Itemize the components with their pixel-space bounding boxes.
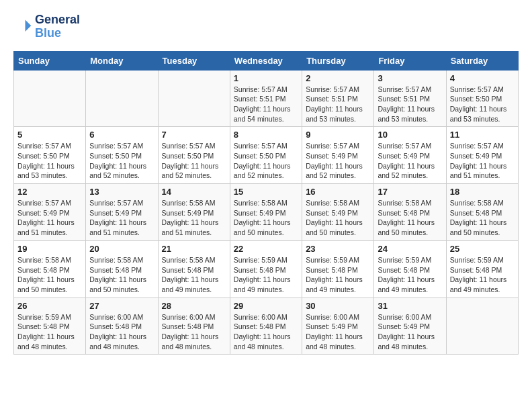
day-number: 9 [306, 130, 370, 140]
calendar-week-row: 5Sunrise: 5:57 AMSunset: 5:50 PMDaylight… [14, 127, 519, 184]
day-number: 31 [378, 301, 442, 311]
day-number: 23 [306, 244, 370, 254]
svg-marker-0 [26, 19, 32, 32]
day-info: Sunrise: 5:57 AMSunset: 5:50 PMDaylight:… [89, 141, 154, 181]
header-day: Wednesday [230, 51, 302, 70]
day-info: Sunrise: 6:00 AMSunset: 5:49 PMDaylight:… [378, 312, 442, 352]
day-number: 28 [162, 301, 226, 311]
day-info: Sunrise: 5:59 AMSunset: 5:48 PMDaylight:… [17, 312, 82, 352]
day-info: Sunrise: 5:58 AMSunset: 5:48 PMDaylight:… [450, 198, 515, 238]
calendar-cell: 21Sunrise: 5:58 AMSunset: 5:48 PMDayligh… [158, 240, 230, 298]
calendar-cell: 27Sunrise: 6:00 AMSunset: 5:48 PMDayligh… [86, 298, 158, 355]
day-number: 1 [234, 73, 298, 83]
day-number: 11 [450, 130, 515, 140]
calendar-cell: 17Sunrise: 5:58 AMSunset: 5:48 PMDayligh… [374, 184, 446, 241]
calendar-cell: 28Sunrise: 6:00 AMSunset: 5:48 PMDayligh… [158, 298, 230, 355]
day-number: 4 [450, 73, 515, 83]
day-number: 8 [234, 130, 298, 140]
calendar-cell: 22Sunrise: 5:59 AMSunset: 5:48 PMDayligh… [230, 240, 302, 298]
calendar-cell: 30Sunrise: 6:00 AMSunset: 5:49 PMDayligh… [302, 298, 374, 355]
calendar-cell: 6Sunrise: 5:57 AMSunset: 5:50 PMDaylight… [86, 127, 158, 184]
day-number: 19 [17, 244, 82, 254]
calendar-cell: 26Sunrise: 5:59 AMSunset: 5:48 PMDayligh… [14, 298, 86, 355]
day-number: 3 [378, 73, 442, 83]
logo-text: GeneralBlue [35, 13, 80, 40]
day-info: Sunrise: 5:58 AMSunset: 5:49 PMDaylight:… [306, 198, 370, 238]
day-info: Sunrise: 5:57 AMSunset: 5:49 PMDaylight:… [378, 141, 442, 181]
page-header: GeneralBlue [13, 13, 519, 40]
day-number: 20 [89, 244, 154, 254]
day-number: 17 [378, 187, 442, 197]
day-number: 7 [162, 130, 226, 140]
calendar-cell: 2Sunrise: 5:57 AMSunset: 5:51 PMDaylight… [302, 70, 374, 127]
day-number: 13 [89, 187, 154, 197]
calendar-cell: 19Sunrise: 5:58 AMSunset: 5:48 PMDayligh… [14, 240, 86, 298]
day-number: 5 [17, 130, 82, 140]
day-info: Sunrise: 5:58 AMSunset: 5:48 PMDaylight:… [89, 255, 154, 295]
day-info: Sunrise: 5:57 AMSunset: 5:50 PMDaylight:… [234, 141, 298, 181]
day-info: Sunrise: 5:57 AMSunset: 5:49 PMDaylight:… [306, 141, 370, 181]
header-day: Saturday [446, 51, 518, 70]
calendar-cell: 7Sunrise: 5:57 AMSunset: 5:50 PMDaylight… [158, 127, 230, 184]
calendar-cell: 1Sunrise: 5:57 AMSunset: 5:51 PMDaylight… [230, 70, 302, 127]
calendar-cell: 16Sunrise: 5:58 AMSunset: 5:49 PMDayligh… [302, 184, 374, 241]
calendar-cell: 15Sunrise: 5:58 AMSunset: 5:49 PMDayligh… [230, 184, 302, 241]
calendar-cell: 31Sunrise: 6:00 AMSunset: 5:49 PMDayligh… [374, 298, 446, 355]
day-info: Sunrise: 5:58 AMSunset: 5:49 PMDaylight:… [162, 198, 226, 238]
header-day: Monday [86, 51, 158, 70]
calendar-cell: 20Sunrise: 5:58 AMSunset: 5:48 PMDayligh… [86, 240, 158, 298]
day-number: 22 [234, 244, 298, 254]
day-number: 12 [17, 187, 82, 197]
calendar-cell [158, 70, 230, 127]
day-info: Sunrise: 6:00 AMSunset: 5:48 PMDaylight:… [234, 312, 298, 352]
calendar-week-row: 12Sunrise: 5:57 AMSunset: 5:49 PMDayligh… [14, 184, 519, 241]
calendar-cell: 8Sunrise: 5:57 AMSunset: 5:50 PMDaylight… [230, 127, 302, 184]
calendar-cell: 10Sunrise: 5:57 AMSunset: 5:49 PMDayligh… [374, 127, 446, 184]
day-info: Sunrise: 5:57 AMSunset: 5:50 PMDaylight:… [17, 141, 82, 181]
day-info: Sunrise: 5:57 AMSunset: 5:50 PMDaylight:… [162, 141, 226, 181]
calendar-cell: 29Sunrise: 6:00 AMSunset: 5:48 PMDayligh… [230, 298, 302, 355]
day-number: 24 [378, 244, 442, 254]
day-info: Sunrise: 5:58 AMSunset: 5:48 PMDaylight:… [17, 255, 82, 295]
calendar-cell: 18Sunrise: 5:58 AMSunset: 5:48 PMDayligh… [446, 184, 518, 241]
logo-icon [13, 17, 32, 36]
header-day: Thursday [302, 51, 374, 70]
calendar-cell: 4Sunrise: 5:57 AMSunset: 5:50 PMDaylight… [446, 70, 518, 127]
day-number: 2 [306, 73, 370, 83]
day-number: 10 [378, 130, 442, 140]
day-info: Sunrise: 6:00 AMSunset: 5:48 PMDaylight:… [89, 312, 154, 352]
calendar-week-row: 1Sunrise: 5:57 AMSunset: 5:51 PMDaylight… [14, 70, 519, 127]
calendar-week-row: 19Sunrise: 5:58 AMSunset: 5:48 PMDayligh… [14, 240, 519, 298]
day-info: Sunrise: 5:57 AMSunset: 5:51 PMDaylight:… [234, 85, 298, 124]
day-info: Sunrise: 5:57 AMSunset: 5:49 PMDaylight:… [17, 198, 82, 238]
calendar-header: SundayMondayTuesdayWednesdayThursdayFrid… [14, 51, 519, 70]
day-number: 25 [450, 244, 515, 254]
header-day: Sunday [14, 51, 86, 70]
day-info: Sunrise: 5:57 AMSunset: 5:49 PMDaylight:… [89, 198, 154, 238]
day-number: 6 [89, 130, 154, 140]
calendar-cell: 24Sunrise: 5:59 AMSunset: 5:48 PMDayligh… [374, 240, 446, 298]
day-number: 15 [234, 187, 298, 197]
calendar-cell: 13Sunrise: 5:57 AMSunset: 5:49 PMDayligh… [86, 184, 158, 241]
calendar-cell [14, 70, 86, 127]
calendar-table: SundayMondayTuesdayWednesdayThursdayFrid… [13, 51, 519, 355]
logo: GeneralBlue [13, 13, 80, 40]
calendar-week-row: 26Sunrise: 5:59 AMSunset: 5:48 PMDayligh… [14, 298, 519, 355]
header-day: Friday [374, 51, 446, 70]
day-info: Sunrise: 5:59 AMSunset: 5:48 PMDaylight:… [234, 255, 298, 295]
day-info: Sunrise: 5:57 AMSunset: 5:49 PMDaylight:… [450, 141, 515, 181]
calendar-cell: 12Sunrise: 5:57 AMSunset: 5:49 PMDayligh… [14, 184, 86, 241]
calendar-cell: 14Sunrise: 5:58 AMSunset: 5:49 PMDayligh… [158, 184, 230, 241]
day-number: 16 [306, 187, 370, 197]
calendar-cell [446, 298, 518, 355]
day-info: Sunrise: 5:59 AMSunset: 5:48 PMDaylight:… [306, 255, 370, 295]
day-info: Sunrise: 5:59 AMSunset: 5:48 PMDaylight:… [378, 255, 442, 295]
day-info: Sunrise: 5:58 AMSunset: 5:49 PMDaylight:… [234, 198, 298, 238]
calendar-cell [86, 70, 158, 127]
day-info: Sunrise: 6:00 AMSunset: 5:49 PMDaylight:… [306, 312, 370, 352]
day-number: 18 [450, 187, 515, 197]
calendar-cell: 11Sunrise: 5:57 AMSunset: 5:49 PMDayligh… [446, 127, 518, 184]
day-number: 26 [17, 301, 82, 311]
header-row: SundayMondayTuesdayWednesdayThursdayFrid… [14, 51, 519, 70]
calendar-body: 1Sunrise: 5:57 AMSunset: 5:51 PMDaylight… [14, 70, 519, 355]
